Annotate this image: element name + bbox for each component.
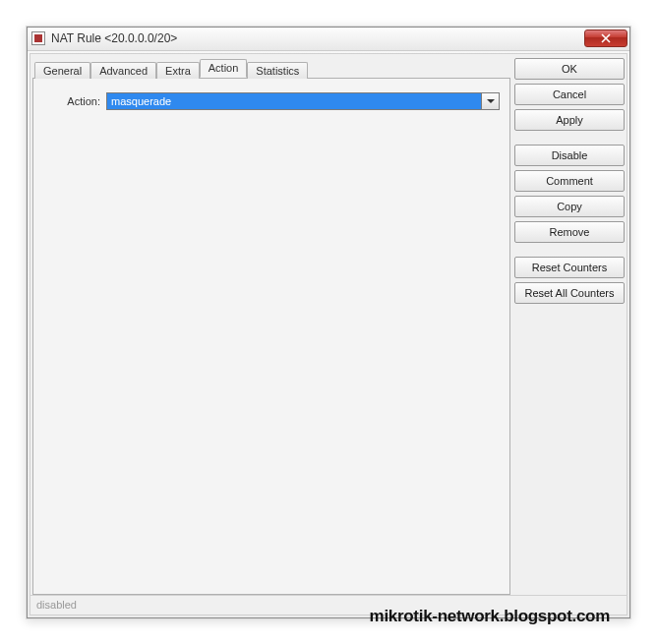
reset-counters-button[interactable]: Reset Counters — [514, 257, 625, 278]
cancel-button[interactable]: Cancel — [514, 84, 625, 105]
disable-button[interactable]: Disable — [514, 145, 625, 166]
watermark: mikrotik-network.blogspot.com — [370, 607, 610, 626]
close-icon — [601, 33, 611, 43]
ok-button[interactable]: OK — [514, 58, 625, 80]
window-frame: NAT Rule <20.0.0.0/20> General Advanced … — [27, 27, 630, 618]
tabstrip: General Advanced Extra Action Statistics — [32, 56, 510, 78]
tab-action[interactable]: Action — [200, 59, 248, 78]
remove-button[interactable]: Remove — [514, 221, 625, 243]
chevron-down-icon — [487, 99, 495, 103]
tab-general[interactable]: General — [34, 62, 90, 79]
status-text: disabled — [36, 599, 77, 611]
action-value[interactable]: masquerade — [106, 92, 482, 110]
tab-panel-action: Action: masquerade — [32, 78, 510, 595]
action-label: Action: — [43, 95, 100, 107]
action-row: Action: masquerade — [43, 92, 500, 110]
tabs-area: General Advanced Extra Action Statistics… — [32, 56, 510, 595]
comment-button[interactable]: Comment — [514, 170, 625, 192]
reset-all-counters-button[interactable]: Reset All Counters — [514, 282, 625, 304]
app-icon — [31, 31, 45, 45]
action-select[interactable]: masquerade — [106, 92, 500, 110]
tab-statistics[interactable]: Statistics — [247, 62, 308, 79]
close-button[interactable] — [584, 29, 627, 47]
action-dropdown-button[interactable] — [482, 92, 500, 110]
window-title: NAT Rule <20.0.0.0/20> — [51, 31, 584, 45]
tab-extra[interactable]: Extra — [156, 62, 200, 79]
buttons-column: OK Cancel Apply Disable Comment Copy Rem… — [514, 56, 625, 595]
client-area: General Advanced Extra Action Statistics… — [30, 53, 627, 615]
copy-button[interactable]: Copy — [514, 196, 625, 217]
tab-advanced[interactable]: Advanced — [90, 62, 156, 79]
apply-button[interactable]: Apply — [514, 109, 625, 131]
titlebar: NAT Rule <20.0.0.0/20> — [28, 28, 629, 51]
